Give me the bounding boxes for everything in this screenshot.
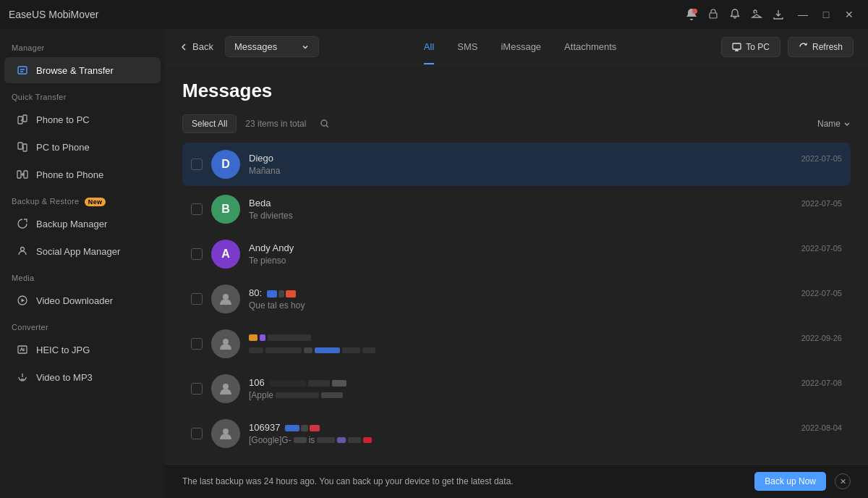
heic-to-jpg-icon (16, 343, 29, 356)
svg-rect-0 (710, 13, 717, 18)
message-date: 2022-08-04 (801, 423, 842, 432)
message-checkbox[interactable] (191, 428, 203, 439)
video-to-mp3-icon (16, 371, 29, 384)
sidebar-item-phone-to-phone[interactable]: Phone to Phone (4, 161, 161, 187)
svg-rect-1 (18, 67, 27, 74)
social-app-manager-icon (16, 245, 29, 258)
message-checkbox[interactable] (191, 248, 203, 260)
messages-title: Messages (182, 80, 272, 102)
message-name: 106937 (249, 422, 320, 433)
backup-restore-section-label: Backup & Restore New (0, 188, 165, 210)
message-item[interactable]: D Diego 2022-07-05 Mañana (182, 143, 851, 186)
sidebar-item-label-phone-to-phone: Phone to Phone (36, 169, 103, 180)
sidebar-item-backup-manager[interactable]: Backup Manager (4, 211, 161, 237)
sidebar-item-video-to-mp3[interactable]: Video to MP3 (4, 364, 161, 390)
sidebar-item-label-browse-transfer: Browse & Transfer (36, 65, 114, 76)
topbar-actions: To PC Refresh (721, 37, 854, 57)
avatar: B (211, 195, 240, 224)
message-date: 2022-07-08 (801, 379, 842, 387)
manager-section-label: Manager (0, 35, 165, 56)
message-preview: [Google]G- is (249, 435, 842, 445)
content-type-dropdown[interactable]: Messages (225, 36, 319, 57)
phone-to-pc-icon (16, 113, 29, 126)
sidebar-item-label-pc-to-phone: PC to Phone (36, 142, 90, 153)
new-badge: New (85, 198, 106, 206)
message-preview: Que tal es hoy (249, 300, 842, 311)
refresh-label: Refresh (812, 42, 843, 52)
back-button[interactable]: Back (179, 41, 213, 52)
download-icon[interactable] (771, 7, 786, 22)
message-item[interactable]: 10693374843723 (182, 457, 851, 464)
maximize-button[interactable]: □ (816, 4, 836, 25)
tab-all[interactable]: All (424, 37, 434, 56)
backup-manager-icon (16, 217, 29, 230)
message-preview: Te pienso (249, 256, 842, 266)
message-checkbox[interactable] (191, 338, 203, 350)
avatar: D (211, 150, 240, 179)
name-sort-button[interactable]: Name (817, 119, 851, 129)
message-item[interactable]: 106937 2022-08-04 [Google]G- (182, 412, 851, 455)
tab-imessage[interactable]: iMessage (501, 37, 541, 56)
svg-point-14 (223, 294, 229, 300)
refresh-button[interactable]: Refresh (788, 37, 854, 57)
bell-icon[interactable] (728, 7, 742, 22)
phone-to-phone-icon (16, 168, 29, 181)
message-item[interactable]: 80: 2022-07-05 Que tal es hoy (182, 277, 851, 321)
message-checkbox[interactable] (191, 159, 203, 170)
backup-now-button[interactable]: Back up Now (754, 472, 826, 491)
message-checkbox[interactable] (191, 203, 203, 215)
sidebar-item-heic-to-jpg[interactable]: HEIC to JPG (4, 337, 161, 363)
message-name: 106 (249, 377, 346, 388)
to-pc-label: To PC (746, 42, 770, 52)
message-item[interactable]: 106 2022-07-08 [Apple (182, 367, 851, 410)
svg-point-16 (223, 384, 229, 389)
bottom-notification: The last backup was 24 hours ago. You ca… (165, 464, 868, 498)
sidebar-item-pc-to-phone[interactable]: PC to Phone (4, 134, 161, 160)
browse-transfer-icon (16, 64, 29, 77)
tab-attachments[interactable]: Attachments (564, 37, 616, 56)
message-preview: Mañana (249, 166, 842, 176)
sidebar-item-label-phone-to-pc: Phone to PC (36, 114, 90, 125)
sidebar-item-social-app-manager[interactable]: Social App Manager (4, 238, 161, 264)
hanger-icon[interactable] (749, 7, 764, 22)
svg-point-15 (223, 339, 229, 345)
message-content: Andy Andy 2022-07-05 Te pienso (249, 242, 842, 266)
sidebar-item-browse-transfer[interactable]: Browse & Transfer (4, 57, 161, 83)
select-all-button[interactable]: Select All (182, 114, 237, 133)
message-item[interactable]: A Andy Andy 2022-07-05 Te pienso (182, 232, 851, 276)
sidebar-item-video-downloader[interactable]: Video Downloader (4, 287, 161, 313)
content-topbar: Back Messages All SMS iMessage Attachmen… (165, 29, 868, 65)
message-checkbox[interactable] (191, 293, 203, 305)
avatar (211, 374, 240, 403)
svg-point-8 (21, 248, 25, 251)
message-name: Beda (249, 198, 271, 208)
search-button[interactable] (315, 114, 335, 134)
message-item[interactable]: 2022-09-26 (182, 322, 851, 366)
tab-sms[interactable]: SMS (457, 37, 477, 56)
close-notification-button[interactable]: ✕ (835, 473, 851, 489)
close-button[interactable]: ✕ (839, 4, 859, 25)
message-date: 2022-07-05 (801, 199, 842, 208)
title-bar-icons: — □ ✕ (684, 4, 859, 25)
message-date: 2022-07-05 (801, 154, 842, 163)
message-content: 106937 2022-08-04 [Google]G- (249, 422, 842, 445)
briefcase-icon[interactable] (706, 7, 720, 22)
svg-point-13 (321, 120, 327, 126)
minimize-button[interactable]: — (793, 4, 813, 25)
sidebar-item-phone-to-pc[interactable]: Phone to PC (4, 106, 161, 132)
message-name: 80: (249, 287, 296, 298)
sidebar: Manager Browse & Transfer Quick Transfer… (0, 29, 165, 498)
avatar (211, 419, 240, 448)
notification-icon[interactable] (684, 7, 699, 22)
message-date: 2022-09-26 (801, 334, 842, 342)
messages-header: Messages (182, 80, 851, 102)
title-bar: EaseUS MobiMover — □ ✕ (0, 0, 868, 29)
avatar: A (211, 240, 240, 269)
pc-to-phone-icon (16, 140, 29, 153)
to-pc-button[interactable]: To PC (721, 37, 780, 57)
message-item[interactable]: B Beda 2022-07-05 Te diviertes (182, 187, 851, 231)
message-preview (249, 345, 842, 355)
messages-area: Messages Select All 23 items in total Na… (165, 65, 868, 464)
svg-rect-6 (17, 171, 21, 178)
message-checkbox[interactable] (191, 383, 203, 394)
